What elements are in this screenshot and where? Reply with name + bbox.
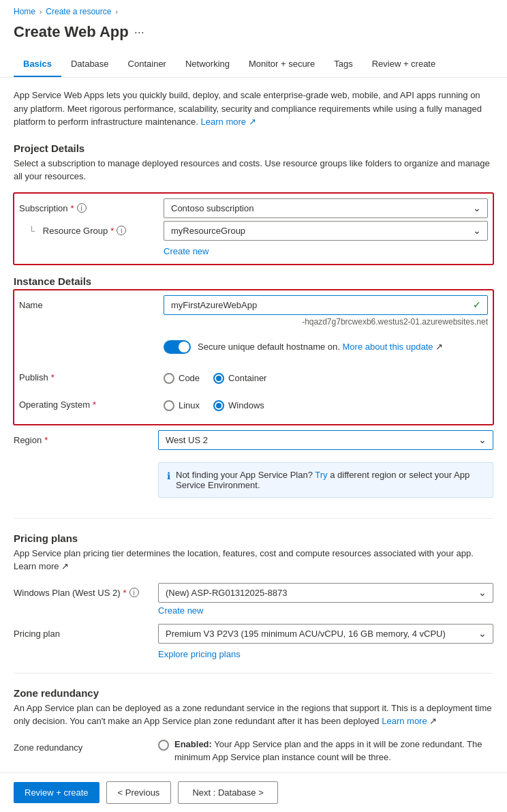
secure-hostname-text: Secure unique default hostname on. More … [198,342,443,352]
resource-group-row: └ Resource Group * i myResourceGroup [19,221,488,241]
name-input-wrapper: ✓ [164,295,488,315]
zone-learn-more-link[interactable]: Learn more [382,716,427,726]
os-radio-group: Linux Windows [164,400,488,411]
learn-more-link[interactable]: Learn more ↗ [201,117,256,127]
section-divider-2 [14,673,493,674]
rg-required: * [110,226,114,236]
zone-enabled-option: Enabled: Your App Service plan and the a… [158,738,493,764]
os-linux-radio[interactable] [164,400,174,411]
secure-hostname-row: Secure unique default hostname on. More … [19,333,488,361]
main-content: App Service Web Apps lets you quickly bu… [0,78,507,771]
footer: Review + create < Previous Next : Databa… [0,772,507,812]
zone-redundancy-title: Zone redundancy [14,687,493,699]
subscription-label: Subscription * i [19,198,155,213]
os-linux-option[interactable]: Linux [164,400,200,411]
app-service-plan-info: ℹ Not finding your App Service Plan? Try… [158,462,493,498]
info-banner-icon: ℹ [167,470,170,481]
review-create-button[interactable]: Review + create [14,782,99,803]
pricing-plan-select[interactable]: Premium V3 P2V3 (195 minimum ACU/vCPU, 1… [158,624,493,644]
name-input[interactable] [164,295,488,315]
zone-disabled-option: Disabled: Your App Service Plan and the … [158,771,493,772]
zone-redundancy-desc: An App Service plan can be deployed as a… [14,702,493,728]
more-about-update-link[interactable]: More about this update [343,342,433,352]
tab-tags[interactable]: Tags [324,52,362,77]
zone-radio-group: Enabled: Your App Service plan and the a… [158,738,493,772]
info-banner-row: ℹ Not finding your App Service Plan? Try… [14,455,493,505]
project-details-desc: Select a subscription to manage deployed… [14,157,493,183]
create-new-plan-link[interactable]: Create new [158,605,493,616]
secure-hostname-toggle-row: Secure unique default hostname on. More … [164,340,488,354]
previous-button[interactable]: < Previous [106,781,172,804]
windows-plan-label: Windows Plan (West US 2) * i [14,583,150,598]
tab-monitor[interactable]: Monitor + secure [239,52,324,77]
region-label: Region * [14,430,150,445]
rg-info-icon[interactable]: i [117,226,126,235]
subscription-select[interactable]: Contoso subscription [164,198,488,218]
section-divider-1 [14,518,493,519]
create-new-rg-link[interactable]: Create new [164,246,488,256]
next-button[interactable]: Next : Database > [178,781,277,804]
publish-label: Publish * [19,367,155,382]
tab-review[interactable]: Review + create [363,52,446,77]
explore-pricing-row: Explore pricing plans [14,646,493,659]
page-title-area: Create Web App ··· [0,20,507,52]
subscription-row: Subscription * i Contoso subscription [19,198,488,218]
publish-container-option[interactable]: Container [213,373,266,384]
page-title: Create Web App [14,23,129,41]
pricing-plans-title: Pricing plans [14,532,493,544]
hostname-hint: -hqazd7g7brcwexb6.westus2-01.azurewebsit… [164,317,488,327]
publish-code-option[interactable]: Code [164,373,200,384]
os-windows-option[interactable]: Windows [213,400,264,411]
windows-plan-select[interactable]: (New) ASP-RG01312025-8873 [158,583,493,603]
pricing-plans-desc: App Service plan pricing tier determines… [14,547,493,573]
resource-group-select[interactable]: myResourceGroup [164,221,488,241]
breadcrumb-sep2: › [115,8,117,16]
os-label: Operating System * [19,395,155,410]
os-windows-radio[interactable] [213,400,224,411]
name-label: Name [19,295,155,310]
create-new-rg-row: Create new [19,243,488,256]
tab-basics[interactable]: Basics [14,52,61,77]
region-control: West US 2 [158,430,493,450]
windows-plan-row: Windows Plan (West US 2) * i (New) ASP-R… [14,583,493,603]
explore-pricing-link[interactable]: Explore pricing plans [158,649,493,659]
instance-details-box: Name ✓ -hqazd7g7brcwexb6.westus2-01.azur… [14,290,493,425]
name-control: ✓ -hqazd7g7brcwexb6.westus2-01.azurewebs… [164,295,488,327]
pricing-plan-label: Pricing plan [14,624,150,639]
resource-group-label: └ Resource Group * i [19,221,155,236]
project-details-title: Project Details [14,142,493,154]
learn-more-pricing-link[interactable]: Learn more [14,561,59,571]
subscription-info-icon[interactable]: i [77,203,87,213]
windows-plan-info-icon[interactable]: i [129,588,139,597]
tab-database[interactable]: Database [61,52,119,77]
windows-plan-create-new-row: Create new [14,603,493,616]
publish-radio-group: Code Container [164,373,488,384]
secure-hostname-toggle[interactable] [164,340,191,354]
tab-networking[interactable]: Networking [176,52,239,77]
region-row: Region * West US 2 [14,430,493,450]
zone-redundancy-label: Zone redundancy [14,738,150,753]
breadcrumb-create-resource[interactable]: Create a resource [46,7,111,16]
zone-redundancy-row: Zone redundancy Enabled: Your App Servic… [14,738,493,772]
breadcrumb-sep1: › [40,8,42,16]
subscription-required: * [71,203,74,213]
tab-bar: Basics Database Container Networking Mon… [0,52,507,78]
region-select[interactable]: West US 2 [158,430,493,450]
name-row: Name ✓ -hqazd7g7brcwexb6.westus2-01.azur… [19,295,488,327]
zone-enabled-radio[interactable] [158,740,169,751]
breadcrumb-home[interactable]: Home [14,7,35,16]
breadcrumb: Home › Create a resource › [0,0,507,20]
try-different-link[interactable]: Try [315,470,327,480]
app-description: App Service Web Apps lets you quickly bu… [14,89,493,129]
more-options-icon[interactable]: ··· [134,25,144,40]
name-valid-icon: ✓ [473,299,481,310]
publish-code-radio[interactable] [164,373,174,384]
os-row: Operating System * Linux Windows [19,395,488,417]
publish-container-radio[interactable] [213,373,224,384]
windows-plan-control: (New) ASP-RG01312025-8873 [158,583,493,603]
subscription-resource-group-box: Subscription * i Contoso subscription └ … [14,193,493,265]
resource-group-control: myResourceGroup [164,221,488,241]
tab-container[interactable]: Container [119,52,176,77]
pricing-plan-control: Premium V3 P2V3 (195 minimum ACU/vCPU, 1… [158,624,493,644]
publish-row: Publish * Code Container [19,367,488,389]
